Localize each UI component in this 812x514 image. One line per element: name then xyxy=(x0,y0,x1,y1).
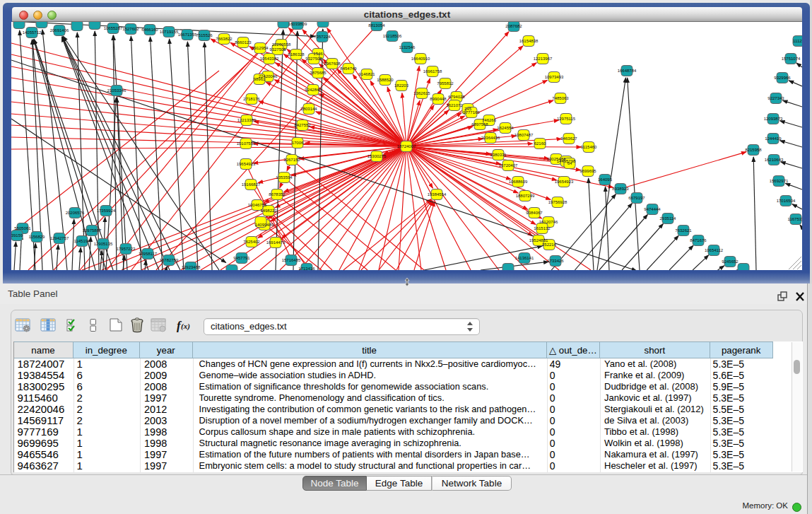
svg-text:14099489: 14099489 xyxy=(255,223,274,227)
svg-text:3267150: 3267150 xyxy=(283,158,300,162)
svg-text:1145194: 1145194 xyxy=(74,239,91,243)
svg-text:16033809: 16033809 xyxy=(288,22,307,26)
svg-text:1380331: 1380331 xyxy=(490,153,507,157)
svg-text:15720407: 15720407 xyxy=(499,163,518,168)
svg-text:2718176: 2718176 xyxy=(243,97,260,101)
svg-text:2967608: 2967608 xyxy=(324,62,341,66)
svg-text:6794028: 6794028 xyxy=(448,95,465,99)
svg-text:22260558: 22260558 xyxy=(272,42,291,47)
svg-text:1156829: 1156829 xyxy=(29,235,46,239)
svg-text:12093873: 12093873 xyxy=(764,117,783,121)
svg-text:16640910: 16640910 xyxy=(411,57,430,61)
svg-text:19166827: 19166827 xyxy=(242,182,261,187)
svg-text:9457791: 9457791 xyxy=(233,256,250,260)
svg-text:11123: 11123 xyxy=(793,39,802,43)
svg-text:14055712: 14055712 xyxy=(23,30,42,35)
svg-text:19756928: 19756928 xyxy=(548,200,567,204)
svg-text:7357224: 7357224 xyxy=(314,35,331,39)
svg-text:2087682: 2087682 xyxy=(505,24,522,28)
svg-text:16671355: 16671355 xyxy=(178,33,197,37)
svg-text:9146821: 9146821 xyxy=(358,72,375,76)
svg-text:9463627: 9463627 xyxy=(560,136,577,141)
svg-text:98961: 98961 xyxy=(254,77,266,81)
svg-text:20364436: 20364436 xyxy=(481,136,500,140)
svg-text:5505061: 5505061 xyxy=(14,226,31,230)
svg-text:8938923: 8938923 xyxy=(612,187,629,191)
svg-text:1244419: 1244419 xyxy=(765,136,782,141)
svg-text:9474444: 9474444 xyxy=(644,207,661,211)
svg-text:9115460: 9115460 xyxy=(581,145,598,149)
svg-text:14495798: 14495798 xyxy=(557,159,576,163)
svg-text:7515526: 7515526 xyxy=(196,33,213,37)
svg-text:12975115: 12975115 xyxy=(557,117,576,121)
svg-text:15692971: 15692971 xyxy=(770,179,789,183)
svg-text:1621072: 1621072 xyxy=(446,103,463,107)
svg-text:17957223: 17957223 xyxy=(117,247,136,251)
svg-text:14136141: 14136141 xyxy=(515,256,534,260)
svg-text:16961758: 16961758 xyxy=(423,69,442,74)
svg-text:2935114: 2935114 xyxy=(660,216,677,221)
svg-text:9777169: 9777169 xyxy=(463,110,480,115)
svg-text:19654923: 19654923 xyxy=(555,180,574,184)
svg-text:10655287: 10655287 xyxy=(104,26,123,30)
svg-text:8678352: 8678352 xyxy=(269,192,286,197)
svg-text:6897568: 6897568 xyxy=(471,122,488,127)
svg-text:1615132: 1615132 xyxy=(534,226,551,230)
svg-text:252214: 252214 xyxy=(542,243,557,247)
svg-text:8813054: 8813054 xyxy=(368,23,385,28)
svg-text:17359924: 17359924 xyxy=(97,209,116,213)
svg-text:1546: 1546 xyxy=(313,52,323,56)
svg-text:9245652: 9245652 xyxy=(722,259,739,264)
svg-text:9327505: 9327505 xyxy=(269,47,286,52)
svg-text:1132546: 1132546 xyxy=(399,45,416,49)
svg-text:64: 64 xyxy=(567,161,572,165)
svg-text:15751074: 15751074 xyxy=(782,57,801,61)
svg-text:12905135: 12905135 xyxy=(94,242,113,246)
svg-text:17006: 17006 xyxy=(292,141,304,145)
svg-text:7663822: 7663822 xyxy=(216,37,233,41)
svg-text:1588520: 1588520 xyxy=(377,78,394,82)
svg-text:164095: 164095 xyxy=(598,177,613,182)
svg-text:10719155: 10719155 xyxy=(160,30,179,34)
svg-text:12213967: 12213967 xyxy=(534,57,553,61)
svg-text:21053346: 21053346 xyxy=(107,88,126,93)
svg-text:3875685: 3875685 xyxy=(310,71,326,75)
svg-text:1733426: 1733426 xyxy=(547,259,564,263)
svg-text:10107553: 10107553 xyxy=(237,141,256,146)
svg-text:16648784: 16648784 xyxy=(618,69,637,73)
svg-text:(x): (x) xyxy=(181,322,190,331)
svg-text:16782759: 16782759 xyxy=(160,258,179,262)
svg-text:8660123: 8660123 xyxy=(235,40,252,45)
svg-text:10958117: 10958117 xyxy=(139,252,158,256)
svg-text:3912954: 3912954 xyxy=(252,46,269,50)
svg-text:9242848: 9242848 xyxy=(305,88,322,92)
svg-text:18807249: 18807249 xyxy=(516,194,535,198)
svg-text:9329966: 9329966 xyxy=(774,76,791,80)
svg-text:7632621: 7632621 xyxy=(675,228,692,233)
svg-text:1167533: 1167533 xyxy=(788,217,802,221)
svg-text:10654112: 10654112 xyxy=(705,248,724,252)
svg-text:7955812: 7955812 xyxy=(437,81,454,86)
svg-text:12942757: 12942757 xyxy=(50,236,69,240)
svg-text:1362615: 1362615 xyxy=(413,91,430,95)
svg-text:6679197: 6679197 xyxy=(628,196,645,200)
svg-text:8215958: 8215958 xyxy=(745,148,762,152)
svg-text:746266: 746266 xyxy=(482,118,497,122)
svg-text:7625402: 7625402 xyxy=(243,240,260,244)
svg-text:7485063: 7485063 xyxy=(552,96,569,100)
svg-text:9084067: 9084067 xyxy=(526,211,543,215)
svg-text:1527602: 1527602 xyxy=(122,27,139,31)
svg-text:10543382: 10543382 xyxy=(260,57,279,61)
svg-text:9227343: 9227343 xyxy=(767,96,784,100)
svg-text:10807487: 10807487 xyxy=(514,133,534,137)
svg-text:8990448: 8990448 xyxy=(430,97,447,101)
svg-text:8427552: 8427552 xyxy=(294,123,311,127)
svg-text:1713416: 1713416 xyxy=(298,267,315,270)
svg-text:39159: 39159 xyxy=(11,233,23,238)
svg-text:18724007: 18724007 xyxy=(397,144,416,148)
svg-text:6466160: 6466160 xyxy=(141,28,158,32)
svg-text:10688609: 10688609 xyxy=(509,180,528,184)
svg-text:62160: 62160 xyxy=(534,141,546,146)
svg-text:20206576: 20206576 xyxy=(66,211,85,215)
svg-text:10046755: 10046755 xyxy=(248,203,267,207)
